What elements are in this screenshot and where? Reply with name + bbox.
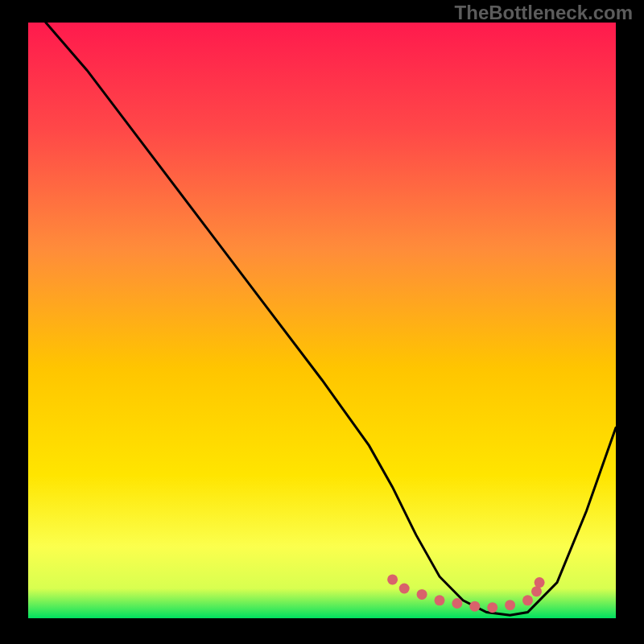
- marker-dot: [505, 600, 515, 610]
- marker-dot: [387, 574, 398, 584]
- marker-dot: [487, 602, 497, 613]
- marker-dot: [531, 586, 542, 597]
- gradient-background: [28, 23, 616, 618]
- plot-area: [28, 23, 616, 618]
- marker-dot: [435, 595, 445, 605]
- marker-dot: [469, 601, 480, 612]
- chart-container: TheBottleneck.com: [0, 0, 644, 644]
- marker-dot: [399, 584, 410, 594]
- marker-dot: [522, 595, 533, 605]
- marker-dot: [535, 577, 545, 588]
- watermark-text: TheBottleneck.com: [455, 2, 633, 24]
- marker-dot: [417, 589, 427, 600]
- chart-svg: [28, 23, 616, 618]
- marker-dot: [452, 598, 462, 609]
